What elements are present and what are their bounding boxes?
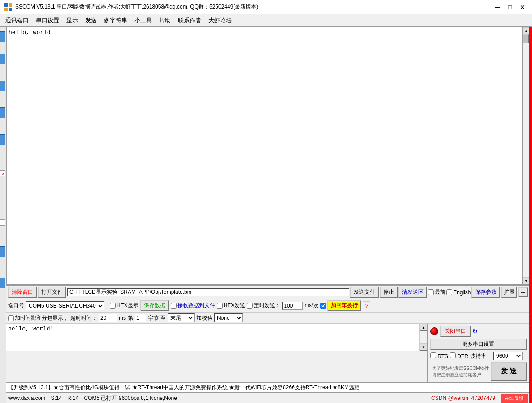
s-label: S:14 <box>51 395 62 401</box>
hex-display-checkbox[interactable] <box>110 303 116 309</box>
report-button[interactable]: 在线反馈 <box>501 394 528 403</box>
menu-forum[interactable]: 大虾论坛 <box>205 16 235 26</box>
clear-window-button[interactable]: 清除窗口 <box>8 287 37 298</box>
timestamp-checkbox-label[interactable]: 加时间戳和分包显示， <box>8 314 69 322</box>
send-textarea[interactable]: hello, world! <box>6 324 420 351</box>
send-btn-row: 为了更好地发展SSCOM软件 请您注册嘉立创结尾客户 发 送 <box>430 362 527 381</box>
promo-text: 为了更好地发展SSCOM软件 请您注册嘉立创结尾客户 <box>430 364 491 379</box>
timed-send-checkbox[interactable] <box>247 303 253 309</box>
menu-multistring[interactable]: 多字符串 <box>100 16 131 26</box>
save-params-button[interactable]: 保存参数 <box>471 287 500 298</box>
bottom-panel: 清除窗口 打开文件 发送文件 停止 清发送区 最前 English 保存参数 扩… <box>6 285 529 382</box>
menu-tools[interactable]: 小工具 <box>131 16 156 26</box>
question-button[interactable]: ? <box>363 301 371 310</box>
receive-content: hello, world! <box>9 29 54 36</box>
last-checkbox[interactable] <box>428 289 434 295</box>
open-file-button[interactable]: 打开文件 <box>38 287 66 298</box>
dtr-label[interactable]: DTR <box>450 352 468 360</box>
english-checkbox[interactable] <box>446 289 452 295</box>
send-controls: 关闭串口 ↻ 更多串口设置 RTS DTR <box>427 324 529 382</box>
left-sidebar: 5 <box>0 27 6 403</box>
last-checkbox-label[interactable]: 最前 <box>428 288 445 296</box>
sidebar-tab-7[interactable] <box>0 278 5 288</box>
send-scroll-down-button[interactable]: ▼ <box>420 343 427 351</box>
english-label: English <box>453 289 471 296</box>
send-file-button[interactable]: 发送文件 <box>350 287 379 298</box>
sidebar-tab-3[interactable] <box>0 81 5 91</box>
menu-comport[interactable]: 通讯端口 <box>2 16 32 26</box>
ms-label: ms/次 <box>304 302 318 309</box>
newline-checkbox-label[interactable]: 加回车换行 <box>320 300 361 311</box>
ms-unit: ms <box>119 315 126 321</box>
timed-send-label[interactable]: 定时发送： <box>247 302 281 309</box>
menu-help[interactable]: 帮助 <box>156 16 174 26</box>
info-bar: www.daxia.com S:14 R:14 COM5 已打开 9600bps… <box>6 393 529 403</box>
scroll-track <box>523 34 529 277</box>
menu-display[interactable]: 显示 <box>63 16 82 26</box>
newline-checkbox[interactable] <box>320 303 326 309</box>
timeout-input[interactable] <box>99 314 117 322</box>
send-area-outer: hello, world! ▲ ▼ 关闭串口 <box>6 324 529 382</box>
sidebar-number[interactable]: 5 <box>0 170 5 176</box>
close-port-text: 关闭串口 <box>445 327 466 335</box>
main-area: 5 hello, world! ▲ ▼ 清除窗口 <box>0 27 532 403</box>
rts-label[interactable]: RTS <box>430 352 448 360</box>
rts-checkbox[interactable] <box>430 352 436 358</box>
menu-contact[interactable]: 联系作者 <box>174 16 205 26</box>
more-settings-button[interactable]: 更多串口设置 <box>430 339 527 350</box>
csdn-text: CSDN @weixin_47207479 <box>431 395 495 401</box>
toolbar-row-1: 清除窗口 打开文件 发送文件 停止 清发送区 最前 English 保存参数 扩… <box>6 286 529 299</box>
sidebar-marker[interactable] <box>0 219 5 226</box>
close-button[interactable]: ✕ <box>517 3 528 12</box>
send-left: hello, world! ▲ ▼ <box>6 324 427 382</box>
recv-file-label[interactable]: 接收数据到文件 <box>171 302 215 309</box>
svg-rect-0 <box>4 3 8 7</box>
stop-button[interactable]: 停止 <box>380 287 398 298</box>
baud-select[interactable]: 9600 1200 2400 4800 19200 38400 57600 11… <box>493 352 523 360</box>
send-button[interactable]: 发 送 <box>491 362 527 381</box>
minimize-button[interactable]: ─ <box>492 3 503 12</box>
svg-rect-1 <box>9 3 12 7</box>
dtr-checkbox[interactable] <box>450 352 456 358</box>
timestamp-text: 加时间戳和分包显示， <box>15 314 69 322</box>
menu-serial-settings[interactable]: 串口设置 <box>32 16 63 26</box>
close-port-button[interactable]: 关闭串口 <box>440 326 471 337</box>
newline-button[interactable]: 加回车换行 <box>327 300 361 311</box>
menu-send[interactable]: 发送 <box>82 16 100 26</box>
send-file-input[interactable] <box>67 288 349 296</box>
scroll-thumb[interactable] <box>523 34 529 43</box>
timed-send-input[interactable] <box>282 302 303 310</box>
timeout-label: 超时时间： <box>70 314 97 322</box>
sidebar-tab-5[interactable] <box>0 134 5 145</box>
refresh-button[interactable]: ↻ <box>472 328 478 335</box>
clear-send-button[interactable]: 清发送区 <box>398 287 427 298</box>
scroll-down-button[interactable]: ▼ <box>523 277 529 284</box>
restore-button[interactable]: □ <box>504 3 516 12</box>
end-select[interactable]: 末尾 开头 自定义 <box>168 313 195 322</box>
send-scroll-up-button[interactable]: ▲ <box>420 324 427 331</box>
menu-bar: 通讯端口 串口设置 显示 发送 多字符串 小工具 帮助 联系作者 大虾论坛 <box>0 14 532 27</box>
save-data-button[interactable]: 保存数据 <box>140 300 169 311</box>
hex-send-checkbox[interactable] <box>217 303 223 309</box>
scrolling-text-content: 【升级到V5.13.1】★合宙高性价比4G模块值得一试 ★RT-Thread中国… <box>8 384 359 390</box>
expand-button[interactable]: 扩展 <box>501 287 517 298</box>
english-checkbox-label[interactable]: English <box>446 289 471 296</box>
to-label: 至 <box>160 314 166 322</box>
byte-num-label: 第 <box>128 314 133 322</box>
hex-display-label[interactable]: HEX显示 <box>110 302 138 309</box>
sidebar-tab-6[interactable] <box>0 246 5 257</box>
byte-num-input[interactable] <box>135 314 146 322</box>
checksum-select[interactable]: None Sum CRC16 XOR <box>214 313 243 322</box>
scroll-up-button[interactable]: ▲ <box>523 27 529 34</box>
receive-display[interactable]: hello, world! <box>6 27 522 285</box>
timestamp-checkbox[interactable] <box>8 315 14 321</box>
hex-send-label[interactable]: HEX发送 <box>217 302 246 309</box>
dash-button[interactable]: ─ <box>518 287 528 297</box>
sidebar-tab-2[interactable] <box>0 54 5 64</box>
port-select[interactable]: COM5 USB-SERIAL CH340 <box>26 301 104 310</box>
last-label: 最前 <box>435 288 445 296</box>
sidebar-tab-1[interactable] <box>0 31 5 42</box>
sidebar-tab-4[interactable] <box>0 107 5 118</box>
app-icon <box>4 3 13 12</box>
recv-file-checkbox[interactable] <box>171 303 177 309</box>
